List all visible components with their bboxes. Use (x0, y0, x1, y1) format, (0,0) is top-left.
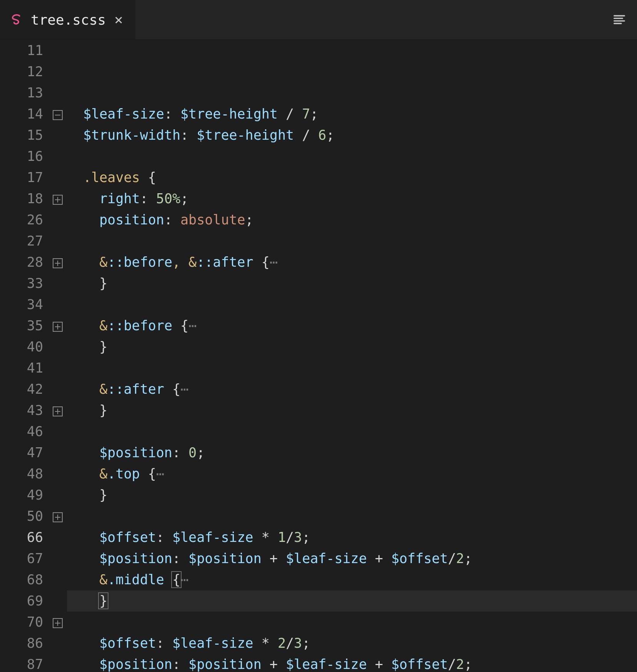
code-area[interactable]: $leaf-size: $tree-height / 7; $trunk-wid… (67, 40, 637, 672)
code-line[interactable]: position: absolute; (67, 209, 637, 231)
line-number: 35 (0, 315, 43, 336)
line-number: 26 (0, 209, 43, 231)
editor-actions (612, 0, 637, 39)
code-line[interactable]: } (67, 273, 637, 294)
code-line[interactable] (67, 146, 637, 167)
code-line[interactable]: $position: 0; (67, 442, 637, 463)
code-line[interactable] (67, 358, 637, 379)
line-number: 14 (0, 104, 43, 125)
code-line[interactable]: .leaves { (67, 167, 637, 188)
line-number: 42 (0, 379, 43, 400)
line-number: 70 (0, 612, 43, 633)
line-number: 69 (0, 590, 43, 612)
fold-expand-icon[interactable] (53, 195, 63, 205)
code-line[interactable]: &::before, &::after {⋯ (67, 252, 637, 273)
code-line[interactable]: &::before {⋯ (67, 315, 637, 336)
code-line[interactable] (67, 421, 637, 442)
line-number: 66 (0, 527, 43, 548)
line-number: 11 (0, 40, 43, 61)
line-number: 16 (0, 146, 43, 167)
code-line[interactable] (67, 612, 637, 633)
code-line[interactable] (67, 231, 637, 252)
line-number: 41 (0, 358, 43, 379)
line-number: 68 (0, 569, 43, 590)
tab-tree-scss[interactable]: tree.scss × (0, 0, 136, 39)
fold-expand-icon[interactable] (53, 618, 63, 628)
fold-gutter (48, 40, 67, 672)
code-line[interactable]: } (67, 590, 637, 612)
line-number: 49 (0, 485, 43, 506)
fold-collapse-icon[interactable] (53, 110, 63, 120)
code-line[interactable]: $leaf-size: $tree-height / 7; (67, 104, 637, 125)
sass-icon (9, 12, 24, 27)
fold-expand-icon[interactable] (53, 512, 63, 522)
close-icon[interactable]: × (113, 11, 125, 28)
line-number: 33 (0, 273, 43, 294)
code-line[interactable]: &::after {⋯ (67, 379, 637, 400)
line-number: 46 (0, 421, 43, 442)
line-number: 28 (0, 252, 43, 273)
code-line[interactable]: } (67, 400, 637, 421)
code-line[interactable]: right: 50%; (67, 188, 637, 209)
line-number: 13 (0, 82, 43, 104)
menu-icon[interactable] (612, 12, 627, 27)
code-line[interactable]: &.top {⋯ (67, 463, 637, 485)
code-line[interactable]: $offset: $leaf-size * 1/3; (67, 527, 637, 548)
editor[interactable]: 1112131415161718262728333435404142434647… (0, 40, 637, 672)
line-number: 43 (0, 400, 43, 421)
fold-expand-icon[interactable] (53, 406, 63, 416)
fold-expand-icon[interactable] (53, 258, 63, 268)
fold-expand-icon[interactable] (53, 322, 63, 332)
code-line[interactable]: $trunk-width: $tree-height / 6; (67, 125, 637, 146)
line-number: 86 (0, 633, 43, 654)
line-number: 18 (0, 188, 43, 209)
line-number: 50 (0, 506, 43, 527)
code-line[interactable] (67, 294, 637, 315)
line-number: 12 (0, 61, 43, 82)
code-line[interactable]: $position: $position + $leaf-size + $off… (67, 654, 637, 672)
line-number: 15 (0, 125, 43, 146)
line-number: 17 (0, 167, 43, 188)
tab-bar: tree.scss × (0, 0, 637, 40)
line-number: 67 (0, 548, 43, 569)
line-number: 40 (0, 336, 43, 358)
code-line[interactable]: &.middle {⋯ (67, 569, 637, 590)
code-line[interactable] (67, 506, 637, 527)
code-line[interactable]: } (67, 336, 637, 358)
line-number-gutter: 1112131415161718262728333435404142434647… (0, 40, 48, 672)
code-line[interactable]: $offset: $leaf-size * 2/3; (67, 633, 637, 654)
line-number: 34 (0, 294, 43, 315)
tab-filename: tree.scss (31, 12, 106, 28)
line-number: 87 (0, 654, 43, 672)
code-line[interactable]: $position: $position + $leaf-size + $off… (67, 548, 637, 569)
line-number: 48 (0, 463, 43, 485)
line-number: 47 (0, 442, 43, 463)
code-line[interactable]: } (67, 485, 637, 506)
line-number: 27 (0, 231, 43, 252)
